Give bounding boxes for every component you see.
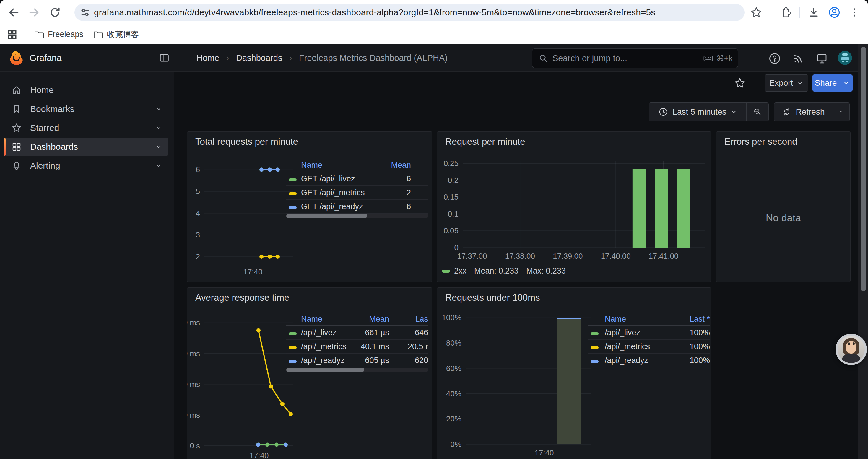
series-value: 40.1 ms [354,342,389,351]
bookmarks-divider [22,29,23,40]
scrollbar-thumb[interactable] [861,47,866,291]
svg-text:17:40:00: 17:40:00 [601,252,631,261]
search-box[interactable]: ⌘+k [532,48,738,68]
download-icon [810,8,817,16]
share-button[interactable]: Share [812,74,839,92]
help-button[interactable] [768,52,782,66]
news-button[interactable] [791,52,805,66]
profile-button[interactable] [826,4,843,21]
legend-scrollbar[interactable] [286,214,428,218]
legend-row[interactable]: /api/_readyz605 µs620 [286,354,428,367]
page-scrollbar[interactable] [858,44,868,459]
actions-divider [760,77,761,89]
scrollbar-thumb[interactable] [286,368,364,372]
screen: grafana.mathmast.com/d/deytv4rwavabkb/fr… [0,0,868,459]
sidebar-item-label: Dashboards [30,142,155,152]
chevron-down-icon[interactable] [155,162,162,169]
svg-text:0%: 0% [450,440,462,449]
series-swatch [442,270,450,273]
url-bar[interactable]: grafana.mathmast.com/d/deytv4rwavabkb/fr… [74,4,745,21]
sidebar-item-alerting[interactable]: Alerting [4,157,168,174]
sidebar-item-label: Bookmarks [30,104,155,114]
bookmark-page-button[interactable] [748,4,765,21]
legend-row[interactable]: GET /api/_readyz6 [286,200,428,214]
series-value: 6 [378,202,411,211]
time-range-label: Last 5 minutes [673,107,726,117]
svg-text:17:41:00: 17:41:00 [649,252,678,261]
series-swatch [289,346,297,349]
export-button[interactable]: Export [765,74,808,92]
breadcrumb-home[interactable]: Home [196,53,219,63]
forward-button[interactable] [25,4,43,21]
extensions-button[interactable] [776,4,793,21]
dashboards-grid-icon [11,141,22,152]
browser-menu-button[interactable] [846,4,863,21]
svg-text:6: 6 [196,165,200,174]
search-input[interactable] [553,54,703,63]
breadcrumb-current: Freeleaps Metrics Dashboard (ALPHA) [299,53,447,63]
panel-avg-response-time: Average response time 17:4080 ms60 ms40 … [187,287,432,459]
chevron-down-icon [733,111,735,113]
sidebar-item-dashboards[interactable]: Dashboards [4,138,168,156]
svg-text:40%: 40% [446,389,462,398]
legend-table: NameMeanGET /api/_livez6GET /api/_metric… [286,159,428,214]
star-dashboard-button[interactable] [733,76,747,90]
series-value: 6 [378,174,411,184]
sidebar: Home Bookmarks Starred Dashboards [0,72,174,459]
refresh-button[interactable]: Refresh [774,103,833,121]
toolbar-divider [800,7,800,18]
sidebar-item-label: Starred [30,123,155,133]
sidebar-toggle-button[interactable] [158,52,170,64]
breadcrumb-dashboards[interactable]: Dashboards [236,53,282,63]
chevron-down-icon[interactable] [155,143,162,151]
sidebar-item-home[interactable]: Home [4,81,168,99]
scrollbar-thumb[interactable] [286,214,367,218]
grafana-header: Grafana Home › Dashboards › Freeleaps Me… [0,44,868,72]
svg-text:0.25: 0.25 [443,159,459,168]
bookmark-folder-freeleaps[interactable]: Freeleaps [29,27,88,42]
legend-inline[interactable]: 2xx Mean: 0.233 Max: 0.233 [442,266,566,275]
series-name: /api/_livez [301,328,354,337]
chevron-down-icon[interactable] [155,105,162,113]
chevron-down-icon [799,83,802,84]
sidebar-item-starred[interactable]: Starred [4,119,168,137]
url-text[interactable]: grafana.mathmast.com/d/deytv4rwavabkb/fr… [94,7,655,18]
series-value: 2 [378,188,411,197]
series-mean: Mean: 0.233 [474,266,519,275]
legend-row[interactable]: /api/_livez100% [588,326,710,340]
series-value: 20.5 r [389,342,428,351]
svg-text:80 ms: 80 ms [187,318,200,327]
refresh-interval-button[interactable] [833,103,849,121]
legend-row[interactable]: GET /api/_livez6 [286,172,428,186]
grafana-logo[interactable] [8,50,24,66]
share-menu-button[interactable] [839,74,852,92]
chevron-down-icon[interactable] [155,124,162,132]
site-settings-icon[interactable] [79,6,92,19]
legend-row[interactable]: /api/_livez661 µs646 [286,326,428,340]
floating-avatar-widget[interactable] [836,334,867,365]
svg-text:0: 0 [454,243,459,252]
panel-title[interactable]: Errors per second [724,136,797,147]
sidebar-item-bookmarks[interactable]: Bookmarks [4,100,168,118]
bookmark-folder-blogs[interactable]: 收藏博客 [88,27,144,42]
legend-scrollbar[interactable] [286,368,428,372]
legend-row[interactable]: /api/_metrics40.1 ms20.5 r [286,340,428,354]
downloads-button[interactable] [805,4,822,21]
share-label: Share [815,78,837,88]
time-range-button[interactable]: Last 5 minutes [649,103,746,121]
reload-button[interactable] [46,4,64,21]
back-button[interactable] [5,4,23,21]
series-value: 661 µs [354,328,389,337]
user-avatar[interactable] [838,51,852,65]
legend-row[interactable]: /api/_metrics100% [588,340,710,354]
bookmark-folder-label: Freeleaps [48,30,83,39]
legend-row[interactable]: /api/_readyz100% [588,354,710,367]
display-button[interactable] [815,52,829,66]
legend-row[interactable]: GET /api/_metrics2 [286,186,428,200]
folder-icon [94,32,103,38]
apps-grid-button[interactable] [6,29,18,40]
chevron-right-icon: › [226,54,229,63]
zoom-out-button[interactable] [747,103,769,121]
svg-text:20 ms: 20 ms [187,411,200,419]
puzzle-icon [783,7,790,17]
